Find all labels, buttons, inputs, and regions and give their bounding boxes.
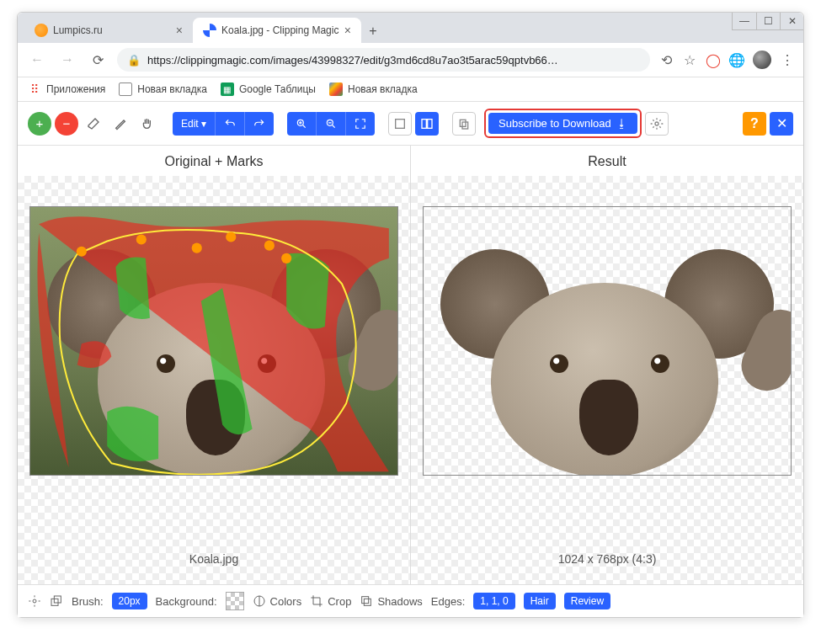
split-view-button[interactable] [415,112,439,136]
forward-button[interactable]: → [56,49,78,71]
keep-mark-button[interactable]: + [28,112,51,136]
single-view-button[interactable] [388,112,412,136]
svg-rect-18 [362,597,369,604]
apps-button[interactable]: ⠿ Приложения [28,82,105,96]
bulk-button[interactable] [50,594,63,608]
filename-label: Koala.jpg [18,540,410,584]
bookmark-label: Новая вкладка [348,83,418,95]
edit-dropdown[interactable]: Edit ▾ [173,112,216,136]
svg-rect-4 [428,119,432,128]
minimize-button[interactable]: — [733,13,756,29]
new-tab-button[interactable]: + [361,19,385,43]
marks-overlay [30,207,397,476]
fit-button[interactable] [346,112,375,136]
apps-icon: ⠿ [28,82,41,96]
url-text: https://clippingmagic.com/images/4399832… [147,54,558,67]
shadows-button[interactable]: Shadows [360,594,422,608]
favicon-icon [35,24,48,37]
star-icon[interactable]: ☆ [682,52,697,67]
edges-value-button[interactable]: 1, 1, 0 [473,593,514,609]
bottom-bar: Brush: 20px Background: Colors Crop Shad… [18,584,803,617]
svg-point-12 [264,241,275,251]
translate-icon[interactable]: ⟲ [658,52,674,67]
tab-title: Koala.jpg - Clipping Magic [221,24,339,36]
bookmark-item[interactable]: Новая вкладка [329,82,418,96]
download-icon: ⭳ [616,117,627,130]
bookmark-item[interactable]: Новая вкладка [119,82,207,96]
browser-window: — ☐ ✕ Lumpics.ru × Koala.jpg - Clipping … [17,12,804,618]
result-panel: Result 1024 x 768px (4:3) [411,146,803,584]
lock-icon: 🔒 [127,54,141,67]
svg-point-11 [226,232,236,242]
opera-icon[interactable]: ◯ [706,52,721,67]
close-editor-button[interactable]: ✕ [770,112,793,136]
svg-point-13 [281,253,291,263]
remove-mark-button[interactable]: − [55,112,78,136]
page-icon [119,82,132,96]
bookmarks-bar: ⠿ Приложения Новая вкладка ▦ Google Табл… [18,77,803,102]
sheets-icon: ▦ [221,82,234,96]
subscribe-download-button[interactable]: Subscribe to Download ⭳ [488,113,637,134]
extensions: ⟲ ☆ ◯ 🌐 ⋮ [658,51,795,69]
zoom-in-button[interactable] [287,112,317,136]
scalpel-button[interactable] [109,112,132,136]
svg-point-8 [77,247,87,257]
redo-button[interactable] [245,112,274,136]
close-tab-icon[interactable]: × [176,24,183,36]
globe-icon[interactable]: 🌐 [729,52,744,67]
app-toolbar: + − Edit ▾ Subscribe to Downl [18,102,803,146]
dimensions-label: 1024 x 768px (4:3) [411,540,803,584]
hair-button[interactable]: Hair [524,593,556,609]
menu-icon[interactable]: ⋮ [780,52,795,67]
preferences-button[interactable] [28,594,41,608]
maximize-button[interactable]: ☐ [756,13,780,29]
subscribe-highlight: Subscribe to Download ⭳ [484,109,642,138]
svg-rect-15 [51,599,58,605]
crop-button[interactable]: Crop [310,594,351,608]
zoom-group [287,112,375,136]
svg-rect-2 [396,119,405,128]
svg-point-7 [655,122,658,125]
profile-avatar[interactable] [753,51,771,69]
help-button[interactable]: ? [743,112,766,136]
close-tab-icon[interactable]: × [344,24,351,36]
url-input[interactable]: 🔒 https://clippingmagic.com/images/43998… [117,48,650,72]
bookmark-label: Приложения [46,83,105,95]
bookmark-item[interactable]: ▦ Google Таблицы [221,82,316,96]
svg-rect-16 [54,596,61,603]
picture-icon [329,82,343,96]
copy-button[interactable] [452,112,476,136]
close-window-button[interactable]: ✕ [780,13,803,29]
background-swatch[interactable] [226,592,244,610]
svg-point-9 [136,234,147,244]
original-panel: Original + Marks [18,146,410,584]
svg-point-14 [33,599,36,603]
tab-clippingmagic[interactable]: Koala.jpg - Clipping Magic × [193,18,361,43]
tab-strip: Lumpics.ru × Koala.jpg - Clipping Magic … [18,13,803,43]
address-bar: ← → ⟳ 🔒 https://clippingmagic.com/images… [18,43,803,77]
result-image [424,207,791,475]
brush-size-button[interactable]: 20px [112,593,147,609]
colors-button[interactable]: Colors [253,594,302,608]
settings-button[interactable] [645,112,669,136]
edit-group: Edit ▾ [173,112,274,136]
back-button[interactable]: ← [26,49,48,71]
original-canvas[interactable]: Koala.jpg [18,176,410,584]
eraser-button[interactable] [82,112,105,136]
svg-rect-3 [422,119,426,128]
svg-point-10 [192,243,202,253]
review-button[interactable]: Review [564,593,610,609]
bookmark-label: Новая вкладка [137,83,207,95]
result-canvas[interactable]: 1024 x 768px (4:3) [411,176,803,584]
tab-title: Lumpics.ru [53,24,171,36]
favicon-icon [203,24,216,37]
tab-lumpics[interactable]: Lumpics.ru × [24,18,193,43]
reload-button[interactable]: ⟳ [87,49,109,71]
panel-title: Result [588,146,626,176]
window-controls: — ☐ ✕ [732,13,803,30]
undo-button[interactable] [216,112,245,136]
zoom-out-button[interactable] [317,112,346,136]
panel-title: Original + Marks [165,146,264,176]
bookmark-label: Google Таблицы [239,83,316,95]
pan-button[interactable] [136,112,159,136]
